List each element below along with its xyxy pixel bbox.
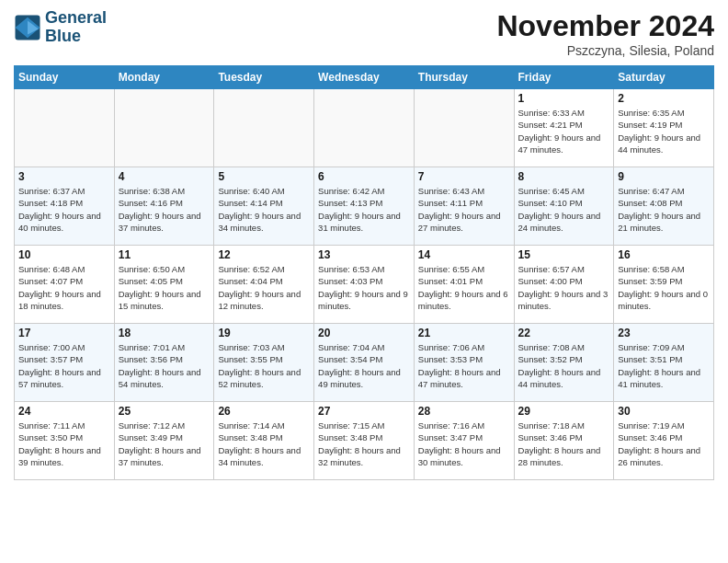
header: General Blue November 2024 Pszczyna, Sil… — [14, 9, 714, 58]
day-info: Sunrise: 6:48 AMSunset: 4:07 PMDaylight:… — [18, 263, 110, 312]
day-info: Sunrise: 6:40 AMSunset: 4:14 PMDaylight:… — [218, 185, 310, 234]
calendar-cell-w3-d1: 10Sunrise: 6:48 AMSunset: 4:07 PMDayligh… — [15, 246, 115, 324]
day-info: Sunrise: 6:38 AMSunset: 4:16 PMDaylight:… — [119, 185, 210, 234]
day-number: 13 — [318, 248, 410, 261]
day-number: 14 — [418, 248, 510, 261]
day-info: Sunrise: 6:50 AMSunset: 4:05 PMDaylight:… — [119, 263, 210, 312]
calendar-cell-w3-d5: 14Sunrise: 6:55 AMSunset: 4:01 PMDayligh… — [414, 246, 514, 324]
header-monday: Monday — [114, 66, 214, 89]
header-tuesday: Tuesday — [214, 66, 314, 89]
day-info: Sunrise: 7:06 AMSunset: 3:53 PMDaylight:… — [418, 341, 510, 390]
day-number: 8 — [518, 170, 610, 183]
calendar-cell-w1-d5 — [414, 89, 514, 167]
day-info: Sunrise: 7:00 AMSunset: 3:57 PMDaylight:… — [18, 341, 110, 390]
day-info: Sunrise: 6:45 AMSunset: 4:10 PMDaylight:… — [518, 185, 610, 234]
logo: General Blue — [14, 9, 107, 46]
day-number: 3 — [18, 170, 110, 183]
day-number: 6 — [318, 170, 410, 183]
day-info: Sunrise: 7:14 AMSunset: 3:48 PMDaylight:… — [218, 419, 310, 468]
calendar-cell-w5-d1: 24Sunrise: 7:11 AMSunset: 3:50 PMDayligh… — [15, 402, 115, 480]
header-friday: Friday — [514, 66, 614, 89]
logo-line2: Blue — [45, 28, 107, 46]
day-info: Sunrise: 7:15 AMSunset: 3:48 PMDaylight:… — [318, 419, 410, 468]
logo-line1: General — [45, 9, 107, 28]
calendar-cell-w1-d6: 1Sunrise: 6:33 AMSunset: 4:21 PMDaylight… — [514, 89, 614, 167]
calendar-cell-w4-d6: 22Sunrise: 7:08 AMSunset: 3:52 PMDayligh… — [514, 324, 614, 402]
calendar-title: November 2024 — [496, 9, 714, 43]
day-number: 1 — [518, 92, 610, 105]
calendar-cell-w4-d3: 19Sunrise: 7:03 AMSunset: 3:55 PMDayligh… — [214, 324, 314, 402]
day-info: Sunrise: 6:43 AMSunset: 4:11 PMDaylight:… — [418, 185, 510, 234]
day-info: Sunrise: 6:58 AMSunset: 3:59 PMDaylight:… — [618, 263, 710, 312]
day-number: 11 — [119, 248, 210, 261]
calendar-cell-w4-d7: 23Sunrise: 7:09 AMSunset: 3:51 PMDayligh… — [614, 324, 714, 402]
calendar-week-5: 24Sunrise: 7:11 AMSunset: 3:50 PMDayligh… — [15, 402, 714, 480]
day-info: Sunrise: 6:37 AMSunset: 4:18 PMDaylight:… — [18, 185, 110, 234]
day-info: Sunrise: 6:55 AMSunset: 4:01 PMDaylight:… — [418, 263, 510, 312]
day-info: Sunrise: 7:16 AMSunset: 3:47 PMDaylight:… — [418, 419, 510, 468]
day-number: 4 — [119, 170, 210, 183]
calendar-cell-w1-d3 — [214, 89, 314, 167]
header-thursday: Thursday — [414, 66, 514, 89]
day-number: 19 — [218, 327, 310, 339]
header-wednesday: Wednesday — [314, 66, 415, 89]
calendar-cell-w4-d5: 21Sunrise: 7:06 AMSunset: 3:53 PMDayligh… — [414, 324, 514, 402]
calendar-cell-w5-d5: 28Sunrise: 7:16 AMSunset: 3:47 PMDayligh… — [414, 402, 514, 480]
day-number: 12 — [218, 248, 310, 261]
calendar-cell-w2-d2: 4Sunrise: 6:38 AMSunset: 4:16 PMDaylight… — [114, 167, 214, 246]
calendar-week-1: 1Sunrise: 6:33 AMSunset: 4:21 PMDaylight… — [15, 89, 714, 167]
calendar-cell-w2-d1: 3Sunrise: 6:37 AMSunset: 4:18 PMDaylight… — [15, 167, 115, 246]
calendar-cell-w3-d7: 16Sunrise: 6:58 AMSunset: 3:59 PMDayligh… — [614, 246, 714, 324]
calendar-cell-w5-d4: 27Sunrise: 7:15 AMSunset: 3:48 PMDayligh… — [314, 402, 415, 480]
calendar-cell-w3-d3: 12Sunrise: 6:52 AMSunset: 4:04 PMDayligh… — [214, 246, 314, 324]
calendar-header-row: Sunday Monday Tuesday Wednesday Thursday… — [15, 66, 714, 89]
calendar-cell-w5-d2: 25Sunrise: 7:12 AMSunset: 3:49 PMDayligh… — [114, 402, 214, 480]
day-info: Sunrise: 6:57 AMSunset: 4:00 PMDaylight:… — [518, 263, 610, 312]
day-info: Sunrise: 7:19 AMSunset: 3:46 PMDaylight:… — [618, 419, 710, 468]
calendar-cell-w1-d4 — [314, 89, 415, 167]
calendar-subtitle: Pszczyna, Silesia, Poland — [496, 43, 714, 58]
calendar-cell-w3-d2: 11Sunrise: 6:50 AMSunset: 4:05 PMDayligh… — [114, 246, 214, 324]
day-number: 23 — [618, 327, 710, 339]
day-number: 5 — [218, 170, 310, 183]
calendar-week-3: 10Sunrise: 6:48 AMSunset: 4:07 PMDayligh… — [15, 246, 714, 324]
day-info: Sunrise: 6:42 AMSunset: 4:13 PMDaylight:… — [318, 185, 410, 234]
day-number: 20 — [318, 327, 410, 339]
calendar-cell-w4-d1: 17Sunrise: 7:00 AMSunset: 3:57 PMDayligh… — [15, 324, 115, 402]
day-number: 22 — [518, 327, 610, 339]
calendar-table: Sunday Monday Tuesday Wednesday Thursday… — [14, 65, 714, 480]
calendar-cell-w3-d4: 13Sunrise: 6:53 AMSunset: 4:03 PMDayligh… — [314, 246, 415, 324]
calendar-cell-w1-d2 — [114, 89, 214, 167]
day-info: Sunrise: 7:08 AMSunset: 3:52 PMDaylight:… — [518, 341, 610, 390]
logo-icon — [14, 14, 41, 41]
calendar-week-4: 17Sunrise: 7:00 AMSunset: 3:57 PMDayligh… — [15, 324, 714, 402]
calendar-cell-w2-d3: 5Sunrise: 6:40 AMSunset: 4:14 PMDaylight… — [214, 167, 314, 246]
day-number: 9 — [618, 170, 710, 183]
day-number: 29 — [518, 405, 610, 418]
day-number: 24 — [18, 405, 110, 418]
calendar-cell-w5-d3: 26Sunrise: 7:14 AMSunset: 3:48 PMDayligh… — [214, 402, 314, 480]
day-number: 2 — [618, 92, 710, 105]
day-number: 16 — [618, 248, 710, 261]
day-info: Sunrise: 7:03 AMSunset: 3:55 PMDaylight:… — [218, 341, 310, 390]
calendar-cell-w1-d7: 2Sunrise: 6:35 AMSunset: 4:19 PMDaylight… — [614, 89, 714, 167]
day-number: 17 — [18, 327, 110, 339]
day-number: 26 — [218, 405, 310, 418]
page: General Blue November 2024 Pszczyna, Sil… — [0, 0, 728, 563]
day-info: Sunrise: 7:01 AMSunset: 3:56 PMDaylight:… — [119, 341, 210, 390]
calendar-cell-w2-d7: 9Sunrise: 6:47 AMSunset: 4:08 PMDaylight… — [614, 167, 714, 246]
header-saturday: Saturday — [614, 66, 714, 89]
logo-text: General Blue — [45, 9, 107, 46]
day-info: Sunrise: 6:35 AMSunset: 4:19 PMDaylight:… — [618, 107, 710, 155]
calendar-week-2: 3Sunrise: 6:37 AMSunset: 4:18 PMDaylight… — [15, 167, 714, 246]
day-number: 27 — [318, 405, 410, 418]
calendar-cell-w5-d6: 29Sunrise: 7:18 AMSunset: 3:46 PMDayligh… — [514, 402, 614, 480]
day-info: Sunrise: 7:11 AMSunset: 3:50 PMDaylight:… — [18, 419, 110, 468]
day-number: 30 — [618, 405, 710, 418]
day-number: 28 — [418, 405, 510, 418]
calendar-cell-w2-d5: 7Sunrise: 6:43 AMSunset: 4:11 PMDaylight… — [414, 167, 514, 246]
day-number: 21 — [418, 327, 510, 339]
day-info: Sunrise: 7:04 AMSunset: 3:54 PMDaylight:… — [318, 341, 410, 390]
title-block: November 2024 Pszczyna, Silesia, Poland — [496, 9, 714, 58]
day-info: Sunrise: 7:18 AMSunset: 3:46 PMDaylight:… — [518, 419, 610, 468]
